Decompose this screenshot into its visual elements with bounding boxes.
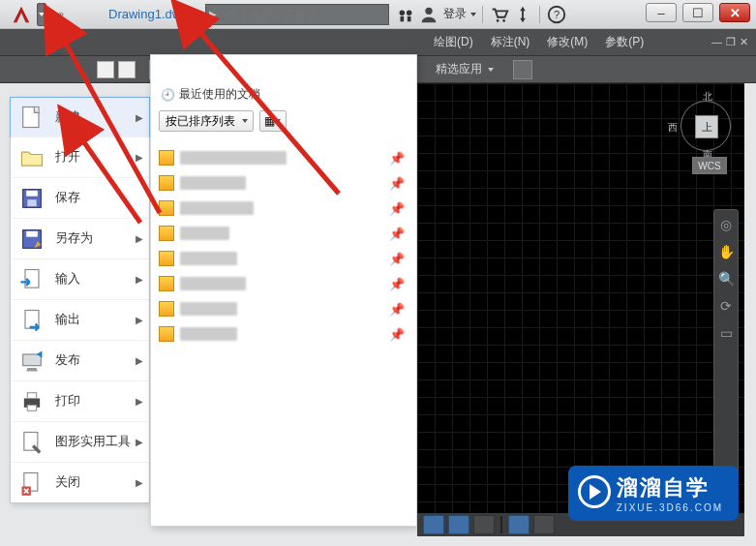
- dwg-file-icon: [159, 251, 174, 266]
- svg-point-0: [400, 10, 406, 15]
- app-menu-dropdown[interactable]: [37, 3, 46, 26]
- svg-point-5: [497, 19, 499, 22]
- dwg-file-icon: [159, 175, 174, 191]
- recent-header-icon: 🕘: [161, 88, 175, 102]
- separator: [539, 6, 540, 23]
- window-minimize-button[interactable]: –: [646, 3, 677, 22]
- viewcube[interactable]: 上 北 南 西: [680, 101, 731, 151]
- search-submit-icon[interactable]: [395, 4, 416, 25]
- status-button[interactable]: [473, 515, 495, 534]
- pin-icon[interactable]: 📌: [389, 327, 405, 342]
- play-icon: [578, 475, 611, 508]
- login-icon[interactable]: [418, 4, 439, 25]
- viewcube-face[interactable]: 上: [695, 115, 718, 138]
- separator: [482, 6, 483, 23]
- recent-file-item[interactable]: ██████📌: [159, 321, 408, 347]
- new-file-icon: [18, 104, 45, 131]
- nav-orbit-icon[interactable]: ⟳: [717, 297, 735, 315]
- svg-text:?: ?: [554, 8, 559, 19]
- recent-file-item[interactable]: █████📌: [159, 221, 408, 246]
- open-folder-icon: [18, 144, 45, 171]
- svg-point-1: [407, 10, 412, 15]
- pin-icon[interactable]: 📌: [389, 201, 405, 216]
- submenu-arrow-icon: ▶: [136, 315, 143, 325]
- help-icon[interactable]: ?: [546, 4, 567, 25]
- doc-restore-icon[interactable]: ❐: [726, 36, 736, 48]
- doc-minimize-icon[interactable]: —: [711, 36, 722, 48]
- pin-icon[interactable]: 📌: [389, 252, 405, 266]
- pin-icon[interactable]: 📌: [389, 227, 405, 241]
- pin-icon[interactable]: 📌: [389, 176, 405, 191]
- pin-icon[interactable]: 📌: [389, 151, 405, 166]
- login-button[interactable]: 登录: [443, 6, 476, 22]
- panel-tool-icon[interactable]: [513, 60, 532, 79]
- status-button[interactable]: [448, 515, 469, 534]
- nav-pan-icon[interactable]: ✋: [717, 243, 735, 260]
- dwg-file-icon: [159, 150, 174, 166]
- close-file-icon: [18, 470, 45, 497]
- window-close-button[interactable]: ✕: [719, 3, 750, 22]
- menu-open[interactable]: 打开 ▶: [11, 136, 149, 177]
- svg-rect-2: [401, 15, 405, 21]
- svg-point-4: [426, 7, 433, 14]
- nav-showm-icon[interactable]: ▭: [717, 324, 735, 342]
- app-logo[interactable]: [8, 1, 35, 28]
- menu-parametric[interactable]: 参数(P): [605, 34, 644, 50]
- doc-close-icon[interactable]: ✕: [740, 36, 748, 48]
- search-box[interactable]: ▶: [205, 4, 389, 25]
- menu-save[interactable]: 保存: [11, 177, 149, 218]
- status-button[interactable]: [533, 515, 555, 534]
- sort-combo[interactable]: 按已排序列表: [159, 110, 254, 132]
- wcs-indicator[interactable]: WCS: [692, 157, 727, 174]
- menu-import[interactable]: 输入 ▶: [11, 258, 149, 299]
- pin-icon[interactable]: 📌: [389, 277, 405, 291]
- drawing-canvas[interactable]: 上 北 南 西 WCS ◎ ✋ 🔍 ⟳ ▭: [417, 83, 744, 513]
- exchange-icon[interactable]: [512, 4, 533, 25]
- tool-icon[interactable]: [97, 61, 114, 78]
- navigation-bar: ◎ ✋ 🔍 ⟳ ▭: [713, 209, 739, 505]
- dwg-file-icon: [159, 301, 174, 317]
- svg-rect-3: [408, 15, 411, 21]
- menu-dimension[interactable]: 标注(N): [491, 34, 530, 50]
- nav-zoom-icon[interactable]: 🔍: [717, 270, 735, 288]
- featured-apps-label[interactable]: 精选应用: [436, 61, 494, 77]
- submenu-arrow-icon: ▶: [136, 274, 143, 285]
- search-input[interactable]: [220, 8, 388, 21]
- menubar: 绘图(D) 标注(N) 修改(M) 参数(P) — ❐ ✕: [0, 29, 756, 56]
- status-button[interactable]: [423, 515, 444, 534]
- menu-publish[interactable]: 发布 ▶: [11, 340, 149, 380]
- recent-file-item[interactable]: ████████📌: [159, 196, 408, 221]
- window-maximize-button[interactable]: ☐: [682, 3, 713, 22]
- menu-new[interactable]: 新建 ▶: [10, 97, 150, 137]
- recent-file-item[interactable]: ██████📌: [159, 296, 408, 321]
- menu-print[interactable]: 打印 ▶: [11, 380, 149, 421]
- watermark-badge: 溜溜自学 ZIXUE.3D66.COM: [568, 466, 739, 521]
- recent-file-item[interactable]: ███████📌: [159, 271, 408, 296]
- watermark-title: 溜溜自学: [617, 473, 723, 502]
- recent-file-item[interactable]: ████████████📌: [159, 145, 408, 170]
- menu-saveas[interactable]: 另存为 ▶: [11, 218, 149, 258]
- nav-wheel-icon[interactable]: ◎: [717, 216, 735, 233]
- status-button[interactable]: [508, 515, 529, 534]
- save-icon: [18, 185, 45, 212]
- menu-utilities[interactable]: 图形实用工具 ▶: [11, 421, 149, 462]
- view-combo[interactable]: ▦: [259, 110, 287, 132]
- search-arrow-icon: ▶: [206, 9, 220, 19]
- dwg-file-icon: [159, 200, 174, 216]
- recent-files-list: ████████████📌 ███████📌 ████████📌 █████📌 …: [151, 141, 416, 350]
- pin-icon[interactable]: 📌: [389, 302, 405, 317]
- submenu-arrow-icon: ▶: [136, 152, 143, 163]
- svg-rect-20: [27, 405, 36, 410]
- import-icon: [18, 266, 45, 293]
- tool-icon[interactable]: [118, 61, 136, 78]
- menu-modify[interactable]: 修改(M): [547, 34, 588, 50]
- menu-export[interactable]: 输出 ▶: [11, 299, 149, 340]
- menu-draw[interactable]: 绘图(D): [434, 34, 473, 50]
- svg-rect-12: [27, 199, 36, 206]
- menu-close[interactable]: 关闭 ▶: [11, 462, 149, 502]
- recent-file-item[interactable]: ██████📌: [159, 246, 408, 271]
- qat-expand-icon[interactable]: »: [52, 4, 70, 25]
- cart-icon[interactable]: [489, 4, 510, 25]
- svg-rect-19: [27, 392, 36, 398]
- recent-file-item[interactable]: ███████📌: [159, 170, 408, 196]
